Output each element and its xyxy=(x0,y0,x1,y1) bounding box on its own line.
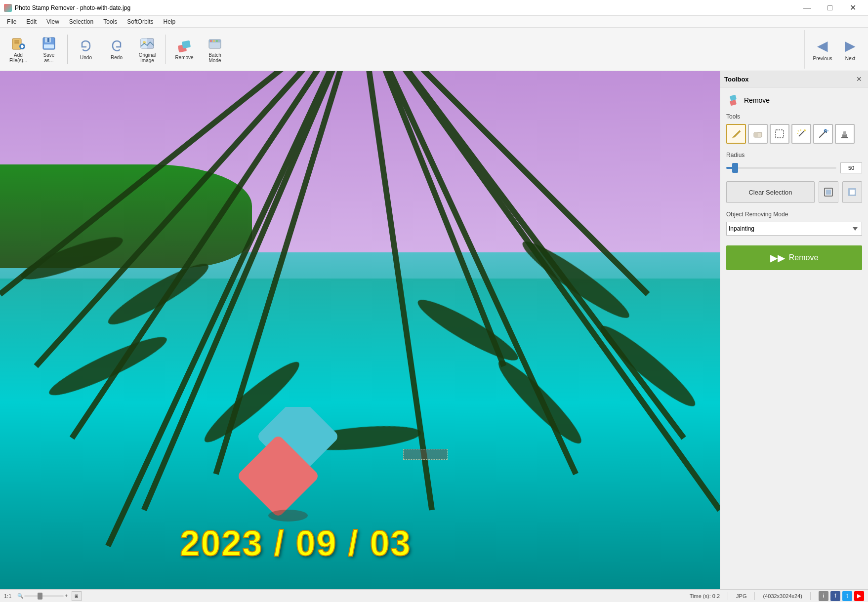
save-as-icon xyxy=(41,36,57,51)
action-row: Clear Selection xyxy=(726,181,862,203)
tools-row xyxy=(726,124,862,144)
rect-select-icon xyxy=(774,128,785,139)
format-label: JPG xyxy=(736,593,746,599)
canvas-area[interactable]: 2023 / 09 / 03 xyxy=(0,71,720,589)
wand2-tool-button[interactable] xyxy=(813,124,833,144)
svg-rect-5 xyxy=(21,46,24,47)
clear-selection-button[interactable]: Clear Selection xyxy=(726,181,815,203)
svg-rect-45 xyxy=(730,95,737,101)
toolbar: Add File(s)... Save as... Undo Redo Orig… xyxy=(0,28,868,71)
original-image-label: Original Image xyxy=(139,52,156,63)
menu-softorbits[interactable]: SoftOrbits xyxy=(122,17,158,26)
remove-button-arrows-icon: ▶▶ xyxy=(770,252,785,264)
undo-label: Undo xyxy=(80,55,92,60)
svg-rect-14 xyxy=(182,40,191,49)
radius-thumb[interactable] xyxy=(732,163,738,173)
svg-line-23 xyxy=(360,71,504,366)
palm-svg xyxy=(0,71,720,589)
previous-label: Previous xyxy=(813,56,832,61)
previous-button[interactable]: ◀ Previous xyxy=(809,30,836,69)
zoom-track[interactable] xyxy=(24,595,64,597)
rect-select-tool-button[interactable] xyxy=(770,124,789,144)
radius-input[interactable] xyxy=(840,162,862,173)
next-label: Next xyxy=(845,56,856,61)
svg-rect-61 xyxy=(826,190,831,195)
remove-toolbar-button[interactable]: Remove xyxy=(170,30,199,69)
mode-section: Object Removing Mode Inpainting Content … xyxy=(726,211,862,236)
svg-point-50 xyxy=(804,129,806,131)
svg-rect-58 xyxy=(841,137,848,138)
original-image-button[interactable]: Original Image xyxy=(133,30,162,69)
youtube-icon[interactable]: ▶ xyxy=(854,591,864,601)
svg-point-40 xyxy=(492,354,588,450)
batch-mode-button[interactable]: Batch Mode xyxy=(201,30,229,69)
menu-file[interactable]: File xyxy=(2,17,21,26)
invert-selection-icon xyxy=(847,187,857,197)
remove-section-label: Remove xyxy=(744,96,770,104)
selection-overlay xyxy=(403,449,448,460)
svg-point-37 xyxy=(594,319,702,414)
minimize-button[interactable]: — xyxy=(796,0,819,16)
toolbox-header: Toolbox ✕ xyxy=(720,71,868,87)
radius-track xyxy=(726,167,836,169)
facebook-icon[interactable]: f xyxy=(830,591,840,601)
menu-tools[interactable]: Tools xyxy=(98,17,122,26)
menu-edit[interactable]: Edit xyxy=(21,17,41,26)
magic-wand-tool-button[interactable] xyxy=(791,124,811,144)
menu-selection[interactable]: Selection xyxy=(64,17,98,26)
date-stamp: 2023 / 09 / 03 xyxy=(180,523,720,563)
svg-line-20 xyxy=(72,71,360,438)
remove-button[interactable]: ▶▶ Remove xyxy=(726,245,862,270)
title-bar-left: Photo Stamp Remover - photo-with-date.jp… xyxy=(4,4,130,12)
svg-point-33 xyxy=(44,329,171,403)
stamp-tool-button[interactable] xyxy=(835,124,855,144)
mode-select[interactable]: Inpainting Content Aware Fill Blur xyxy=(726,222,862,236)
next-button[interactable]: ▶ Next xyxy=(836,30,864,69)
fit-screen-button[interactable]: ⊞ xyxy=(72,591,82,601)
zoom-thumb[interactable] xyxy=(38,593,42,600)
info-icon[interactable]: i xyxy=(819,591,828,601)
zoom-slider-area[interactable]: 🔍 + xyxy=(17,593,68,599)
marker-tool-button[interactable] xyxy=(726,124,746,144)
logo-svg xyxy=(229,407,347,525)
close-button[interactable]: ✕ xyxy=(841,0,864,16)
svg-line-51 xyxy=(798,130,799,131)
status-separator-1 xyxy=(728,592,728,600)
svg-rect-8 xyxy=(47,38,49,42)
menu-help[interactable]: Help xyxy=(159,17,181,26)
menu-view[interactable]: View xyxy=(41,17,64,26)
redo-button[interactable]: Redo xyxy=(102,30,131,69)
invert-selection-button[interactable] xyxy=(842,181,862,203)
app-icon xyxy=(4,4,12,12)
select-all-button[interactable] xyxy=(819,181,838,203)
dimensions-label: (4032x3024x24) xyxy=(763,593,802,599)
svg-rect-63 xyxy=(850,190,855,195)
wand2-icon xyxy=(818,128,828,139)
eraser-tool-button[interactable] xyxy=(748,124,768,144)
save-as-button[interactable]: Save as... xyxy=(35,30,63,69)
remove-toolbar-icon xyxy=(176,38,192,54)
zoom-area: 1:1 🔍 + ⊞ xyxy=(4,591,82,601)
beach-scene: 2023 / 09 / 03 xyxy=(0,71,720,589)
maximize-button[interactable]: □ xyxy=(819,0,841,16)
remove-section-header: Remove xyxy=(726,93,862,107)
status-separator-2 xyxy=(754,592,755,600)
add-file-button[interactable]: Add File(s)... xyxy=(4,30,33,69)
twitter-icon[interactable]: t xyxy=(842,591,852,601)
redo-label: Redo xyxy=(111,55,123,60)
svg-point-18 xyxy=(213,40,215,42)
remove-icon-svg xyxy=(726,93,740,107)
radius-section: Radius xyxy=(726,152,862,173)
toolbar-separator-2 xyxy=(165,35,166,64)
radius-label: Radius xyxy=(726,152,862,159)
undo-button[interactable]: Undo xyxy=(72,30,100,69)
radius-slider-container[interactable] xyxy=(726,163,836,173)
batch-mode-label: Batch Mode xyxy=(208,52,221,63)
social-icons: i f t ▶ xyxy=(819,591,864,601)
palm-overlay xyxy=(0,71,720,589)
status-bar: 1:1 🔍 + ⊞ Time (s): 0.2 JPG (4032x3024x2… xyxy=(0,589,868,602)
toolbox-close-button[interactable]: ✕ xyxy=(854,74,864,84)
menu-bar: File Edit View Selection Tools SoftOrbit… xyxy=(0,16,868,28)
redo-icon xyxy=(109,38,124,54)
toolbox-title: Toolbox xyxy=(724,76,749,83)
